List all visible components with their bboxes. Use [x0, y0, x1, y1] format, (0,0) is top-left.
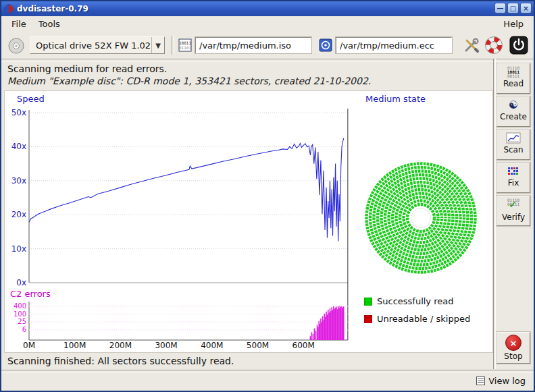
svg-text:10x: 10x [11, 244, 26, 254]
speed-chart-label: Speed [17, 94, 45, 104]
drawing-area: 0x10x20x30x40x50x0M100M200M300M400M500M6… [4, 90, 493, 353]
minimize-button[interactable]: — [494, 3, 506, 13]
legend-label-success: Successfully read [377, 296, 453, 306]
drive-select-value: Optical drive 52X FW 1.02 [36, 40, 151, 51]
svg-text:20x: 20x [11, 210, 26, 219]
svg-text:01101: 01101 [179, 45, 191, 50]
lifebuoy-icon[interactable] [485, 36, 503, 54]
svg-text:50x: 50x [11, 108, 26, 117]
stop-icon: × [505, 335, 521, 351]
svg-text:30x: 30x [11, 176, 26, 186]
svg-text:200M: 200M [109, 341, 132, 350]
read-icon: 01110 10011 00111 [507, 66, 519, 78]
menu-tools[interactable]: Tools [32, 18, 66, 30]
ecc-file-icon [319, 38, 332, 52]
toolbar-separator [172, 36, 174, 55]
legend-row-success: Successfully read [364, 296, 453, 306]
view-log-button[interactable]: View log [474, 373, 528, 388]
power-icon[interactable] [509, 36, 528, 55]
maximize-icon: □ [510, 5, 516, 12]
svg-text:300M: 300M [155, 341, 177, 350]
toolbar: Optical drive 52X FW 1.02 ▼ 10011 01101 [1, 32, 534, 59]
menu-file[interactable]: File [5, 18, 32, 30]
window-title: dvdisaster-0.79 [17, 4, 88, 13]
menubar: File Tools Help [1, 16, 534, 32]
app-icon [4, 4, 14, 13]
wrench-icon[interactable] [463, 37, 480, 53]
svg-text:400M: 400M [201, 341, 223, 350]
fix-icon [506, 165, 521, 177]
verify-button[interactable]: 01110 00111 ✓ Verify [496, 196, 530, 226]
ecc-path-input[interactable] [336, 37, 452, 53]
chevron-down-icon: ▼ [151, 37, 164, 53]
svg-text:0x: 0x [16, 278, 26, 287]
sidebar-divider [493, 59, 496, 369]
window-controls: — □ × [494, 3, 532, 13]
iso-file-icon: 10011 01101 [178, 38, 192, 52]
fix-button[interactable]: Fix [496, 163, 530, 193]
svg-text:40x: 40x [11, 142, 26, 151]
svg-text:10011: 10011 [179, 40, 191, 45]
maximize-button[interactable]: □ [507, 3, 519, 13]
legend-label-unreadable: Unreadable / skipped [377, 314, 470, 324]
status-line-1: Scanning medium for read errors. [7, 63, 167, 74]
finish-status: Scanning finished: All sectors successfu… [7, 356, 234, 366]
dvdisaster-window: dvdisaster-0.79 — □ × File Tools Help Op… [0, 0, 535, 392]
svg-text:600M: 600M [292, 341, 315, 350]
stop-button-label: Stop [504, 352, 522, 361]
read-button[interactable]: 01110 10011 00111 Read [496, 63, 530, 94]
yin-yang-icon: ☯ [509, 99, 518, 111]
verify-icon: 01110 00111 ✓ [503, 198, 524, 212]
svg-text:500M: 500M [247, 341, 269, 350]
svg-text:400: 400 [14, 302, 26, 310]
svg-text:25: 25 [18, 318, 26, 325]
scan-chart-icon [506, 132, 521, 144]
menu-help[interactable]: Help [497, 18, 530, 30]
svg-text:100: 100 [14, 310, 26, 318]
status-line-2: Medium "Example disc": CD-R mode 1, 3534… [7, 76, 371, 86]
legend-color-success [364, 298, 372, 306]
svg-text:0M: 0M [23, 341, 35, 350]
svg-text:6: 6 [22, 326, 26, 333]
medium-state-label: Medium state [365, 94, 426, 104]
read-button-label: Read [503, 79, 524, 88]
c2-errors-label: C2 errors [10, 289, 51, 299]
minimize-icon: — [497, 5, 504, 12]
svg-text:100M: 100M [63, 341, 86, 350]
medium-state-disc [361, 159, 480, 277]
footer-divider [1, 370, 534, 372]
close-icon: × [523, 5, 528, 12]
iso-path-input[interactable] [195, 37, 311, 53]
scan-button[interactable]: Scan [496, 130, 530, 160]
log-icon [476, 376, 485, 385]
close-button[interactable]: × [520, 3, 532, 13]
create-button[interactable]: ☯ Create [496, 96, 530, 127]
fix-button-label: Fix [508, 178, 519, 188]
verify-button-label: Verify [502, 213, 525, 222]
titlebar[interactable]: dvdisaster-0.79 — □ × [1, 1, 534, 16]
legend-color-unreadable [364, 315, 372, 323]
drive-icon[interactable] [7, 36, 26, 55]
legend-row-unreadable: Unreadable / skipped [364, 314, 470, 324]
scan-button-label: Scan [503, 145, 523, 155]
stop-button[interactable]: × Stop [496, 332, 530, 364]
view-log-label: View log [488, 376, 526, 386]
create-button-label: Create [500, 112, 527, 121]
drive-select[interactable]: Optical drive 52X FW 1.02 ▼ [30, 36, 165, 54]
toolbar-divider [1, 59, 534, 61]
check-icon: ✓ [509, 198, 517, 211]
